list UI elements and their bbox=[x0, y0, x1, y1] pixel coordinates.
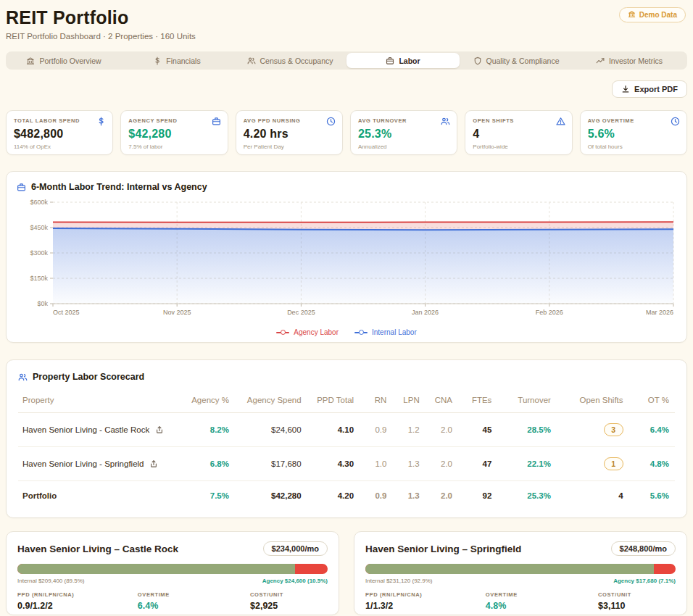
kpi-avg-turnover: AVG TURNOVER 25.3% Annualized bbox=[350, 110, 457, 155]
cell-turnover: 22.1% bbox=[497, 447, 557, 481]
briefcase-icon bbox=[386, 57, 394, 65]
kpi-sub: Portfolio-wide bbox=[473, 143, 564, 150]
cell-ftes: 45 bbox=[458, 413, 497, 447]
page-header: REIT Portfolio REIT Portfolio Dashboard … bbox=[6, 6, 687, 41]
cell-lpn: 1.3 bbox=[392, 447, 425, 481]
kpi-sub: 7.5% of labor bbox=[128, 143, 220, 150]
kpi-sub: Annualized bbox=[358, 143, 449, 150]
col-agency-spend: Agency Spend bbox=[235, 389, 307, 413]
cell-ppd-total: 4.10 bbox=[307, 413, 360, 447]
building-icon bbox=[26, 57, 35, 65]
svg-text:Dec 2025: Dec 2025 bbox=[287, 309, 315, 316]
tab-bar: Portfolio Overview Financials Census & O… bbox=[6, 51, 687, 70]
stat-value: $3,110 bbox=[598, 601, 676, 611]
legend-label: Agency Labor bbox=[294, 328, 339, 336]
kpi-label: AVG TURNOVER bbox=[358, 117, 449, 124]
tab-label: Investor Metrics bbox=[609, 57, 663, 65]
kpi-value: 4.20 hrs bbox=[244, 128, 335, 141]
briefcase-icon bbox=[17, 183, 26, 192]
kpi-label: OPEN SHIFTS bbox=[473, 117, 564, 124]
stat-label: COST/UNIT bbox=[598, 591, 676, 598]
legend-marker-internal bbox=[354, 332, 368, 333]
tab-portfolio-overview[interactable]: Portfolio Overview bbox=[7, 53, 120, 68]
kpi-avg-overtime: AVG OVERTIME 5.6% Of total hours bbox=[580, 110, 687, 155]
table-row-castle-rock[interactable]: Haven Senior Living - Castle Rock 8.2% $… bbox=[18, 413, 675, 447]
monthly-spend-badge: $234,000/mo bbox=[263, 541, 328, 556]
cell-cna: 2.0 bbox=[426, 447, 458, 481]
stat-overtime: OVERTIME 6.4% bbox=[138, 591, 250, 611]
trend-up-icon bbox=[596, 57, 605, 65]
property-labor-scorecard: Property Labor Scorecard Property Agency… bbox=[6, 359, 687, 518]
tab-label: Quality & Compliance bbox=[486, 57, 560, 65]
kpi-label: TOTAL LABOR SPEND bbox=[14, 117, 105, 124]
cell-ftes: 47 bbox=[458, 447, 497, 481]
cell-rn: 0.9 bbox=[360, 481, 392, 511]
export-row-icon[interactable] bbox=[149, 459, 158, 468]
dollar-icon bbox=[153, 57, 162, 65]
scorecard-title: Property Labor Scorecard bbox=[33, 372, 144, 382]
stat-ppd: PPD (RN/LPN/CNA) 1/1.3/2 bbox=[365, 591, 486, 611]
stat-label: PPD (RN/LPN/CNA) bbox=[17, 591, 138, 598]
stat-overtime: OVERTIME 4.8% bbox=[486, 591, 598, 611]
people-icon bbox=[18, 372, 28, 382]
kpi-label: AVG PPD NURSING bbox=[244, 117, 335, 124]
col-open-shifts: Open Shifts bbox=[557, 389, 629, 413]
tab-labor[interactable]: Labor bbox=[346, 53, 460, 68]
tab-financials[interactable]: Financials bbox=[120, 53, 233, 68]
monthly-spend-badge: $248,800/mo bbox=[611, 541, 676, 556]
labor-trend-chart[interactable]: $0k$150k$300k$450k$600kOct 2025Nov 2025D… bbox=[17, 196, 676, 327]
stat-value: 0.9/1.2/2 bbox=[17, 601, 138, 611]
internal-segment bbox=[365, 564, 654, 574]
alert-triangle-icon bbox=[556, 117, 565, 126]
kpi-total-labor-spend: TOTAL LABOR SPEND $482,800 114% of OpEx bbox=[6, 110, 113, 155]
stat-cost-unit: COST/UNIT $3,110 bbox=[598, 591, 676, 611]
clock-icon bbox=[326, 117, 336, 126]
export-row-icon[interactable] bbox=[155, 425, 164, 434]
scorecard-table: Property Agency % Agency Spend PPD Total… bbox=[18, 389, 675, 510]
stat-label: PPD (RN/LPN/CNA) bbox=[365, 591, 486, 598]
cell-ppd-total: 4.20 bbox=[307, 481, 360, 511]
cell-agency-pct: 8.2% bbox=[183, 413, 235, 447]
kpi-value: $42,280 bbox=[128, 128, 220, 141]
line-chart-canvas[interactable]: $0k$150k$300k$450k$600kOct 2025Nov 2025D… bbox=[17, 196, 679, 324]
legend-internal-labor[interactable]: Internal Labor bbox=[354, 328, 417, 336]
kpi-label: AVG OVERTIME bbox=[588, 117, 679, 124]
property-name: Haven Senior Living - Castle Rock bbox=[22, 425, 149, 434]
labor-split-bar bbox=[365, 564, 676, 574]
property-card-springfield: Haven Senior Living – Springfield $248,8… bbox=[354, 531, 687, 615]
kpi-sub: Of total hours bbox=[588, 143, 679, 150]
chart-title: 6-Month Labor Trend: Internal vs Agency bbox=[31, 182, 207, 192]
kpi-value: $482,800 bbox=[14, 128, 105, 141]
stat-value: 6.4% bbox=[138, 601, 250, 611]
col-ot-pct: OT % bbox=[629, 389, 675, 413]
svg-text:Feb 2026: Feb 2026 bbox=[536, 309, 563, 316]
page-subtitle: REIT Portfolio Dashboard · 2 Properties … bbox=[6, 32, 687, 41]
tab-investor-metrics[interactable]: Investor Metrics bbox=[573, 53, 686, 68]
labor-trend-card: 6-Month Labor Trend: Internal vs Agency … bbox=[6, 171, 687, 343]
cell-ot-pct: 4.8% bbox=[629, 447, 675, 481]
tab-quality-compliance[interactable]: Quality & Compliance bbox=[460, 53, 573, 68]
stat-value: $2,925 bbox=[250, 601, 328, 611]
cell-lpn: 1.2 bbox=[392, 413, 425, 447]
tab-label: Census & Occupancy bbox=[260, 57, 333, 65]
demo-data-badge[interactable]: Demo Data bbox=[619, 7, 686, 22]
kpi-value: 25.3% bbox=[358, 128, 449, 141]
svg-text:Mar 2026: Mar 2026 bbox=[646, 309, 673, 316]
building-icon bbox=[628, 10, 636, 20]
dashboard-page: REIT Portfolio REIT Portfolio Dashboard … bbox=[0, 0, 693, 616]
demo-data-label: Demo Data bbox=[639, 11, 677, 19]
property-cards-row: Haven Senior Living – Castle Rock $234,0… bbox=[6, 531, 687, 615]
tab-census-occupancy[interactable]: Census & Occupancy bbox=[233, 53, 346, 68]
export-pdf-button[interactable]: Export PDF bbox=[612, 80, 687, 98]
table-row-springfield[interactable]: Haven Senior Living - Springfield 6.8% $… bbox=[18, 447, 675, 481]
shield-icon bbox=[473, 57, 482, 65]
stat-value: 1/1.3/2 bbox=[365, 601, 486, 611]
kpi-label: AGENCY SPEND bbox=[128, 117, 220, 124]
cell-ot-pct: 6.4% bbox=[629, 413, 675, 447]
internal-label: Internal $209,400 (89.5%) bbox=[17, 578, 85, 584]
chart-title-row: 6-Month Labor Trend: Internal vs Agency bbox=[17, 182, 676, 192]
svg-text:Jan 2026: Jan 2026 bbox=[412, 309, 439, 316]
cell-agency-spend: $24,600 bbox=[235, 413, 307, 447]
download-icon bbox=[621, 85, 630, 93]
legend-agency-labor[interactable]: Agency Labor bbox=[276, 328, 339, 336]
